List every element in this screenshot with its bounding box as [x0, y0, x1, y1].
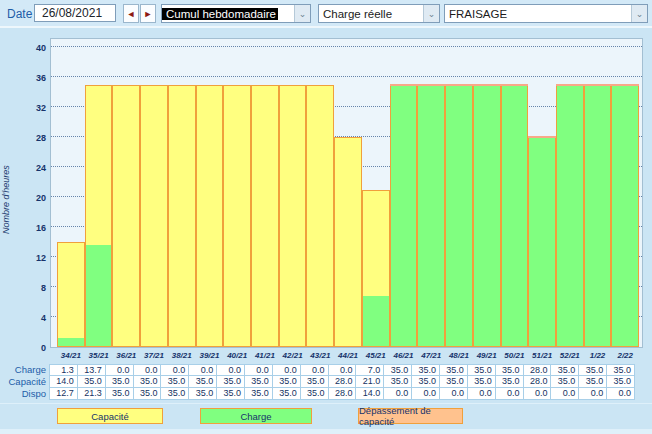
previous-date-button[interactable]: ◄: [123, 4, 139, 23]
legend-overload: Dépassement de capacité: [358, 408, 463, 424]
bar-charge-segment: [585, 86, 611, 347]
bar-36/21: [112, 85, 140, 348]
cell-Dispo-35/21: 21.3: [78, 388, 106, 400]
load-type-dropdown[interactable]: Charge réelle ⌄: [318, 4, 440, 23]
bar-charge-segment: [557, 86, 583, 347]
cell-Capacité-37/21: 35.0: [134, 376, 162, 388]
x-tick-49/21: 49/21: [473, 351, 501, 360]
bar-37/21: [140, 85, 168, 348]
y-tick-8: 8: [24, 283, 46, 293]
date-label: Date: [7, 7, 32, 21]
cell-Capacité-45/21: 21.0: [356, 376, 384, 388]
cell-Dispo-43/21: 35.0: [301, 388, 329, 400]
load-type-dropdown-value: Charge réelle: [319, 8, 423, 20]
cell-Charge-37/21: 0.0: [134, 364, 162, 376]
cell-Capacité-44/21: 28.0: [329, 376, 357, 388]
cell-Charge-42/21: 0.0: [273, 364, 301, 376]
cell-Dispo-45/21: 14.0: [356, 388, 384, 400]
cell-Charge-49/21: 35.0: [468, 364, 496, 376]
bar-charge-segment: [474, 86, 500, 347]
legend-load-label: Charge: [240, 411, 271, 422]
cell-Charge-36/21: 0.0: [106, 364, 134, 376]
legend-capacity-label: Capacité: [91, 411, 129, 422]
x-tick-39/21: 39/21: [196, 351, 224, 360]
cell-Dispo-38/21: 35.0: [161, 388, 189, 400]
cell-Dispo-52/21: 0.0: [551, 388, 579, 400]
cell-Dispo-50/21: 0.0: [496, 388, 524, 400]
date-input[interactable]: [34, 4, 116, 22]
cell-Capacité-43/21: 35.0: [301, 376, 329, 388]
separator: [0, 403, 652, 404]
cell-Charge-2/22: 35.0: [607, 364, 635, 376]
bar-charge-segment: [391, 86, 417, 347]
period-dropdown[interactable]: Cumul hebdomadaire ⌄: [161, 4, 311, 23]
y-tick-20: 20: [24, 193, 46, 203]
row-label: Capacité: [0, 376, 49, 388]
y-tick-36: 36: [24, 73, 46, 83]
cell-Capacité-50/21: 35.0: [496, 376, 524, 388]
cell-Capacité-49/21: 35.0: [468, 376, 496, 388]
row-label: Charge: [0, 364, 49, 376]
cell-Capacité-36/21: 35.0: [106, 376, 134, 388]
cell-Dispo-37/21: 35.0: [134, 388, 162, 400]
row-cells: 1.313.70.00.00.00.00.00.00.00.00.07.035.…: [49, 364, 635, 376]
x-tick-45/21: 45/21: [362, 351, 390, 360]
capacity-limit-line: [473, 84, 501, 86]
cell-Charge-50/21: 35.0: [496, 364, 524, 376]
table-row-Dispo: Dispo12.721.335.035.035.035.035.035.035.…: [0, 388, 652, 400]
x-tick-46/21: 46/21: [390, 351, 418, 360]
bar-48/21: [445, 85, 473, 348]
cell-Dispo-47/21: 0.0: [412, 388, 440, 400]
x-tick-35/21: 35/21: [85, 351, 113, 360]
cell-Charge-1/22: 35.0: [579, 364, 607, 376]
bar-52/21: [556, 85, 584, 348]
y-tick-4: 4: [24, 313, 46, 323]
cell-Charge-52/21: 35.0: [551, 364, 579, 376]
resource-dropdown-value: FRAISAGE: [445, 8, 631, 20]
period-dropdown-value: Cumul hebdomadaire: [162, 8, 278, 20]
cell-Charge-43/21: 0.0: [301, 364, 329, 376]
table-row-Capacité: Capacité14.035.035.035.035.035.035.035.0…: [0, 376, 652, 388]
bar-44/21: [334, 137, 362, 347]
bar-series: [57, 38, 639, 347]
cell-Capacité-38/21: 35.0: [161, 376, 189, 388]
toolbar: Date ◄ ► Cumul hebdomadaire ⌄ Charge rée…: [0, 0, 652, 28]
bar-46/21: [390, 85, 418, 348]
y-tick-40: 40: [24, 43, 46, 53]
row-cells: 14.035.035.035.035.035.035.035.035.035.0…: [49, 376, 635, 388]
bar-1/22: [584, 85, 612, 348]
bar-47/21: [417, 85, 445, 348]
chevron-down-icon[interactable]: ⌄: [631, 5, 647, 22]
cell-Charge-40/21: 0.0: [217, 364, 245, 376]
cell-Charge-51/21: 28.0: [524, 364, 552, 376]
cell-Charge-38/21: 0.0: [161, 364, 189, 376]
cell-Charge-41/21: 0.0: [245, 364, 273, 376]
x-tick-34/21: 34/21: [57, 351, 85, 360]
legend-overload-label: Dépassement de capacité: [359, 405, 462, 427]
bar-charge-segment: [58, 338, 84, 346]
chevron-down-icon[interactable]: ⌄: [294, 5, 310, 22]
bar-34/21: [57, 242, 85, 347]
cell-Dispo-46/21: 0.0: [384, 388, 412, 400]
cell-Dispo-42/21: 35.0: [273, 388, 301, 400]
y-tick-0: 0: [24, 343, 46, 353]
bottom-strip: [0, 429, 652, 434]
resource-dropdown[interactable]: FRAISAGE ⌄: [444, 4, 648, 23]
cell-Charge-48/21: 35.0: [440, 364, 468, 376]
cell-Capacité-35/21: 35.0: [78, 376, 106, 388]
x-tick-52/21: 52/21: [556, 351, 584, 360]
x-tick-47/21: 47/21: [417, 351, 445, 360]
cell-Capacité-52/21: 35.0: [551, 376, 579, 388]
x-tick-48/21: 48/21: [445, 351, 473, 360]
next-date-button[interactable]: ►: [140, 4, 156, 23]
x-tick-50/21: 50/21: [501, 351, 529, 360]
capacity-limit-line: [584, 84, 612, 86]
cell-Capacité-41/21: 35.0: [245, 376, 273, 388]
capacity-limit-line: [501, 84, 529, 86]
cell-Dispo-48/21: 0.0: [440, 388, 468, 400]
cell-Dispo-51/21: 0.0: [524, 388, 552, 400]
bar-51/21: [528, 137, 556, 347]
cell-Charge-44/21: 0.0: [329, 364, 357, 376]
chevron-down-icon[interactable]: ⌄: [423, 5, 439, 22]
y-tick-28: 28: [24, 133, 46, 143]
